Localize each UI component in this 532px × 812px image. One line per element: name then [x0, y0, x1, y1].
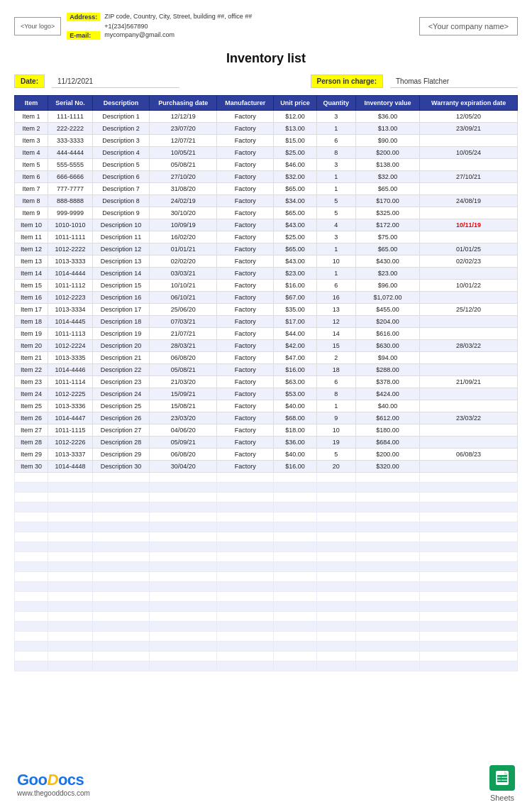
email-label: E-mail: [67, 31, 100, 40]
table-cell: 27/10/21 [420, 171, 518, 183]
table-cell: $40.00 [273, 400, 316, 412]
table-cell: 04/06/20 [150, 424, 217, 437]
empty-cell [316, 512, 355, 522]
empty-row [15, 602, 518, 612]
empty-cell [355, 652, 419, 662]
empty-cell [273, 512, 316, 522]
table-cell: 1011-1115 [48, 424, 93, 437]
table-cell: Factory [217, 147, 274, 159]
empty-cell [316, 483, 355, 493]
table-cell: Description 6 [92, 171, 149, 183]
table-cell: Factory [217, 111, 274, 123]
meta-row: Date: 11/12/2021 Person in charge: Thoma… [0, 72, 532, 91]
empty-cell [92, 532, 149, 542]
table-cell: $94.00 [355, 352, 419, 364]
table-cell [420, 292, 518, 304]
empty-row [15, 632, 518, 642]
table-cell: Item 16 [15, 292, 48, 304]
table-cell: $320.00 [355, 461, 419, 473]
empty-cell [355, 532, 419, 542]
empty-cell [92, 602, 149, 612]
empty-row [15, 552, 518, 562]
col-manufacturer: Manufacturer [217, 96, 274, 111]
empty-cell [150, 612, 217, 622]
table-cell: 1014-4447 [48, 412, 93, 424]
table-cell [420, 135, 518, 147]
table-row: Item 281012-2226Description 2805/09/21Fa… [15, 437, 518, 449]
table-cell: 1012-2222 [48, 243, 93, 256]
empty-cell [420, 522, 518, 532]
person-value: Thomas Flatcher [390, 75, 518, 88]
table-cell: Item 14 [15, 268, 48, 280]
table-cell: Factory [217, 219, 274, 231]
empty-cell [273, 542, 316, 552]
empty-row [15, 622, 518, 632]
empty-cell [92, 572, 149, 582]
table-cell: $424.00 [355, 388, 419, 400]
table-row: Item 251013-3336Description 2515/08/21Fa… [15, 400, 518, 412]
table-cell: 5 [316, 195, 355, 207]
table-cell: $42.00 [273, 340, 316, 352]
empty-cell [48, 562, 93, 572]
table-row: Item 171013-3334Description 1725/06/20Fa… [15, 304, 518, 316]
empty-cell [150, 622, 217, 632]
table-cell: 1012-2225 [48, 388, 93, 400]
table-cell: 03/03/21 [150, 268, 217, 280]
table-cell: 3 [316, 111, 355, 123]
header: <Your logo> Address: ZIP code, Country, … [0, 0, 532, 47]
empty-cell [316, 542, 355, 552]
table-cell: Description 5 [92, 159, 149, 171]
svg-rect-9 [497, 779, 507, 780]
table-cell: $65.00 [355, 183, 419, 195]
table-cell: 10/01/22 [420, 280, 518, 292]
table-cell: 24/08/19 [420, 195, 518, 207]
empty-cell [316, 562, 355, 572]
empty-cell [420, 512, 518, 522]
table-cell: 5 [316, 449, 355, 461]
empty-cell [355, 632, 419, 642]
col-unit-price: Unit price [273, 96, 316, 111]
table-cell: Item 9 [15, 207, 48, 219]
table-cell: 02/02/23 [420, 256, 518, 268]
empty-cell [355, 642, 419, 652]
table-cell: Description 7 [92, 183, 149, 195]
table-cell: $138.00 [355, 159, 419, 171]
empty-cell [355, 503, 419, 512]
empty-cell [273, 473, 316, 483]
table-cell: Description 27 [92, 424, 149, 437]
table-cell: 05/08/21 [150, 159, 217, 171]
table-cell: Factory [217, 412, 274, 424]
table-cell: 1014-4444 [48, 268, 93, 280]
empty-cell [217, 612, 274, 622]
table-cell: 1 [316, 400, 355, 412]
empty-cell [15, 562, 48, 572]
table-cell: 15/08/21 [150, 400, 217, 412]
empty-cell [15, 503, 48, 512]
table-cell: $65.00 [273, 207, 316, 219]
footer: GooDocs www.thegooddocs.com [0, 752, 532, 812]
table-cell: Item 2 [15, 123, 48, 135]
empty-cell [420, 562, 518, 572]
col-serial: Serial No. [48, 96, 93, 111]
table-cell: Description 16 [92, 292, 149, 304]
empty-cell [273, 562, 316, 572]
empty-cell [150, 582, 217, 592]
empty-cell [355, 512, 419, 522]
table-cell: $170.00 [355, 195, 419, 207]
table-cell: 10 [316, 424, 355, 437]
empty-cell [150, 632, 217, 642]
table-cell: 10/11/19 [420, 219, 518, 231]
table-cell: 10 [316, 256, 355, 268]
table-cell: Description 19 [92, 328, 149, 340]
table-cell: 21/07/21 [150, 328, 217, 340]
empty-cell [316, 652, 355, 662]
empty-cell [92, 612, 149, 622]
empty-cell [48, 582, 93, 592]
table-cell: 3 [316, 231, 355, 243]
empty-cell [92, 552, 149, 562]
empty-cell [150, 652, 217, 662]
table-cell: 1 [316, 171, 355, 183]
table-cell: $325.00 [355, 207, 419, 219]
table-cell: 15 [316, 340, 355, 352]
table-cell: Description 25 [92, 400, 149, 412]
